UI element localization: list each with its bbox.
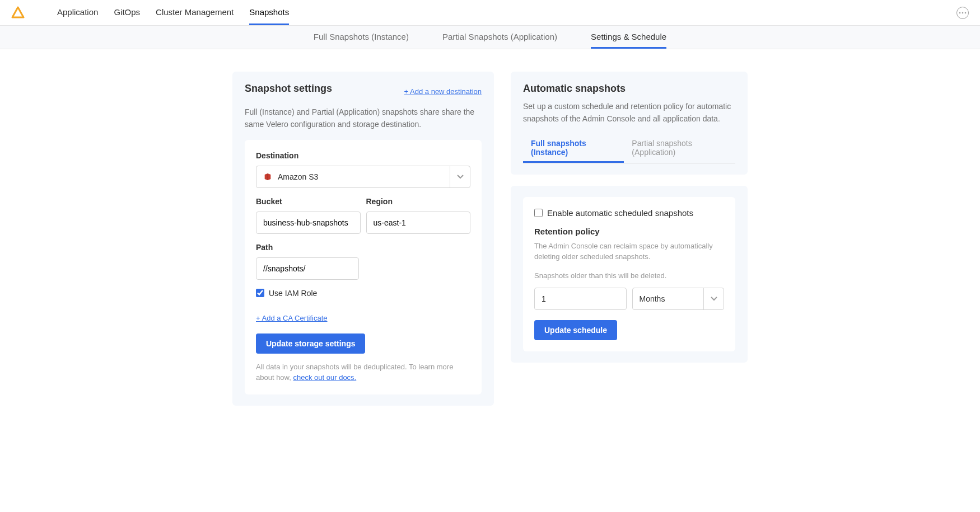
app-logo-icon [11, 6, 25, 20]
snapshot-settings-title: Snapshot settings [245, 83, 332, 95]
automatic-snapshots-title: Automatic snapshots [523, 83, 735, 95]
retention-policy-title: Retention policy [534, 227, 724, 236]
snapshot-type-tabs: Full snapshots (Instance) Partial snapsh… [523, 134, 735, 163]
top-nav-left: Application GitOps Cluster Management Sn… [11, 1, 289, 25]
add-destination-link[interactable]: + Add a new destination [404, 87, 482, 96]
region-label: Region [366, 197, 471, 206]
svg-point-1 [962, 12, 964, 13]
nav-cluster-management[interactable]: Cluster Management [156, 1, 234, 25]
retention-unit-select[interactable]: Months [632, 288, 725, 310]
schedule-card: Enable automatic scheduled snapshots Ret… [523, 197, 735, 352]
retention-unit-value: Months [640, 294, 665, 303]
automatic-snapshots-description: Set up a custom schedule and retention p… [523, 100, 735, 125]
main-content: Snapshot settings + Add a new destinatio… [221, 49, 759, 428]
region-input[interactable] [366, 212, 471, 234]
update-schedule-button[interactable]: Update schedule [534, 320, 617, 340]
destination-card: Destination Amazon S3 Bucket Region [245, 140, 482, 394]
enable-auto-snapshots-label: Enable automatic scheduled snapshots [547, 208, 693, 218]
nav-gitops[interactable]: GitOps [114, 1, 140, 25]
nav-application[interactable]: Application [57, 1, 98, 25]
svg-point-0 [959, 12, 961, 13]
update-storage-settings-button[interactable]: Update storage settings [256, 333, 365, 354]
add-ca-certificate-link[interactable]: + Add a CA Certificate [256, 314, 328, 322]
snapshot-settings-description: Full (Instance) and Partial (Application… [245, 106, 482, 131]
sub-nav: Full Snapshots (Instance) Partial Snapsh… [0, 26, 980, 49]
enable-auto-snapshots-checkbox[interactable] [534, 209, 543, 217]
chevron-down-icon [450, 166, 470, 187]
use-iam-role-checkbox[interactable] [256, 289, 264, 297]
svg-point-2 [965, 12, 967, 13]
tab-partial-snapshots[interactable]: Partial snapshots (Application) [624, 134, 735, 163]
retention-policy-description: The Admin Console can reclaim space by a… [534, 241, 724, 262]
schedule-panel: Enable automatic scheduled snapshots Ret… [511, 186, 748, 363]
use-iam-role-label: Use IAM Role [269, 289, 317, 298]
more-menu-button[interactable] [956, 7, 969, 19]
chevron-down-icon [703, 288, 724, 309]
snapshot-settings-panel: Snapshot settings + Add a new destinatio… [232, 72, 494, 406]
destination-label: Destination [256, 151, 470, 160]
subnav-full-snapshots[interactable]: Full Snapshots (Instance) [314, 26, 409, 49]
path-label: Path [256, 243, 359, 252]
automatic-snapshots-panel: Automatic snapshots Set up a custom sche… [511, 72, 748, 175]
subnav-settings-schedule[interactable]: Settings & Schedule [591, 26, 666, 49]
retention-value-input[interactable] [534, 288, 627, 310]
docs-link[interactable]: check out our docs. [293, 373, 357, 382]
amazon-s3-icon [263, 172, 272, 181]
path-input[interactable] [256, 257, 359, 280]
subnav-partial-snapshots[interactable]: Partial Snapshots (Application) [442, 26, 557, 49]
bucket-label: Bucket [256, 197, 361, 206]
destination-select[interactable]: Amazon S3 [256, 166, 470, 188]
destination-value: Amazon S3 [278, 172, 318, 181]
nav-snapshots[interactable]: Snapshots [249, 1, 289, 25]
storage-footnote: All data in your snapshots will be dedup… [256, 361, 470, 383]
retention-policy-note: Snapshots older than this will be delete… [534, 270, 724, 281]
top-nav: Application GitOps Cluster Management Sn… [0, 0, 980, 26]
bucket-input[interactable] [256, 212, 361, 234]
tab-full-snapshots[interactable]: Full snapshots (Instance) [523, 134, 624, 163]
more-icon [959, 12, 967, 14]
